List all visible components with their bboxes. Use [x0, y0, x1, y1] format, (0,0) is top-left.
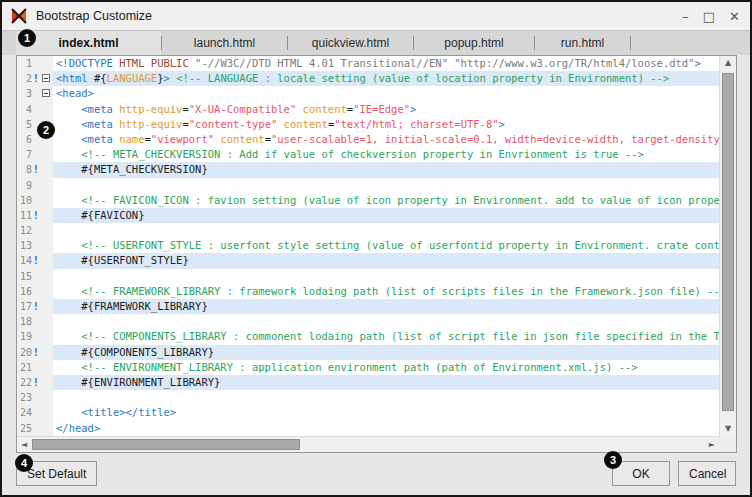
code-text[interactable]: <!-- COMPONENTS_LIBRARY : commonent loda… [53, 329, 719, 344]
fold-column [40, 147, 53, 162]
vertical-scrollbar-thumb[interactable] [722, 73, 734, 411]
tab-popup-html[interactable]: popup.html [414, 31, 534, 55]
gutter: 24 [17, 405, 53, 420]
fold-column [40, 162, 53, 177]
code-line-3[interactable]: 3<head> [17, 86, 719, 101]
fold-column [40, 421, 53, 436]
warning-marker-icon [32, 329, 40, 344]
gutter: 13 [17, 238, 53, 253]
horizontal-scrollbar-thumb[interactable] [32, 439, 300, 450]
code-line-15[interactable]: 15 [17, 269, 719, 284]
code-text[interactable]: </head> [53, 421, 719, 436]
code-text[interactable]: #{FAVICON} [53, 208, 719, 223]
code-text[interactable]: #{ENVIRONMENT_LIBRARY} [53, 375, 719, 390]
code-line-13[interactable]: 13 <!-- USERFONT_STYLE : userfont style … [17, 238, 719, 253]
code-line-20[interactable]: 20! #{COMPONENTS_LIBRARY} [17, 345, 719, 360]
code-text[interactable]: <head> [53, 86, 719, 101]
gutter: 12 [17, 223, 53, 238]
tab-run-html[interactable]: run.html [535, 31, 630, 55]
tab-quickview-html[interactable]: quickview.html [288, 31, 413, 55]
line-number: 13 [17, 238, 32, 253]
code-text[interactable]: <meta name="viewport" content="user-scal… [53, 132, 719, 147]
code-text[interactable]: <!-- FAVICON_ICON : favion setting (valu… [53, 193, 719, 208]
line-number: 14 [17, 253, 32, 268]
code-text[interactable]: #{FRAMEWORK_LIBRARY} [53, 299, 719, 314]
warning-marker-icon [32, 178, 40, 193]
code-text[interactable] [53, 390, 719, 405]
window-title: Bootstrap Customize [36, 9, 682, 23]
code-text[interactable] [53, 178, 719, 193]
code-viewport[interactable]: 1<!DOCTYPE HTML PUBLIC "-//W3C//DTD HTML… [17, 56, 719, 436]
code-text[interactable]: <meta http-equiv="X-UA-Compatible" conte… [53, 102, 719, 117]
line-number: 22 [17, 375, 32, 390]
code-text[interactable]: <meta http-equiv="content-type" content=… [53, 117, 719, 132]
horizontal-scrollbar[interactable]: ◄ ► [17, 436, 719, 452]
code-text[interactable]: <!-- META_CHECKVERSION : Add if value of… [53, 147, 719, 162]
warning-marker-icon: ! [32, 71, 40, 86]
code-line-19[interactable]: 19 <!-- COMPONENTS_LIBRARY : commonent l… [17, 329, 719, 344]
annotation-badge-4: 4 [15, 454, 33, 472]
gutter: 7 [17, 147, 53, 162]
fold-collapse-icon[interactable] [42, 74, 50, 82]
code-line-1[interactable]: 1<!DOCTYPE HTML PUBLIC "-//W3C//DTD HTML… [17, 56, 719, 71]
code-line-16[interactable]: 16 <!-- FRAMEWORK_LIBRARY : framework lo… [17, 284, 719, 299]
code-line-14[interactable]: 14! #{USERFONT_STYLE} [17, 253, 719, 268]
minimize-icon[interactable]: – [682, 10, 689, 23]
code-text[interactable]: #{USERFONT_STYLE} [53, 253, 719, 268]
fold-column [40, 299, 53, 314]
gutter: 25 [17, 421, 53, 436]
code-text[interactable]: #{COMPONENTS_LIBRARY} [53, 345, 719, 360]
cancel-button[interactable]: Cancel [678, 461, 736, 486]
scroll-left-icon[interactable]: ◄ [21, 441, 27, 449]
code-line-10[interactable]: 10 <!-- FAVICON_ICON : favion setting (v… [17, 193, 719, 208]
code-text[interactable]: <html #{LANGUAGE}> <!-- LANGUAGE : local… [53, 71, 719, 86]
code-line-18[interactable]: 18 [17, 314, 719, 329]
code-line-5[interactable]: 5 <meta http-equiv="content-type" conten… [17, 117, 719, 132]
code-text[interactable] [53, 269, 719, 284]
line-number: 9 [17, 178, 32, 193]
code-text[interactable]: <title></title> [53, 405, 719, 420]
code-line-7[interactable]: 7 <!-- META_CHECKVERSION : Add if value … [17, 147, 719, 162]
code-line-2[interactable]: 2!<html #{LANGUAGE}> <!-- LANGUAGE : loc… [17, 71, 719, 86]
code-line-17[interactable]: 17! #{FRAMEWORK_LIBRARY} [17, 299, 719, 314]
code-line-6[interactable]: 6 <meta name="viewport" content="user-sc… [17, 132, 719, 147]
code-line-22[interactable]: 22! #{ENVIRONMENT_LIBRARY} [17, 375, 719, 390]
line-number: 1 [17, 56, 32, 71]
code-text[interactable] [53, 314, 719, 329]
code-text[interactable]: <!-- FRAMEWORK_LIBRARY : framework lodai… [53, 284, 719, 299]
code-line-11[interactable]: 11! #{FAVICON} [17, 208, 719, 223]
code-line-4[interactable]: 4 <meta http-equiv="X-UA-Compatible" con… [17, 102, 719, 117]
code-text[interactable]: <!DOCTYPE HTML PUBLIC "-//W3C//DTD HTML … [53, 56, 719, 71]
title-bar: Bootstrap Customize – □ ✕ [2, 2, 750, 30]
ok-button[interactable]: OK [612, 461, 670, 486]
fold-column [40, 314, 53, 329]
fold-column [40, 284, 53, 299]
fold-column [40, 390, 53, 405]
code-line-21[interactable]: 21 <!-- ENVIRONMENT_LIBRARY : applicatio… [17, 360, 719, 375]
close-icon[interactable]: ✕ [729, 10, 740, 23]
code-line-24[interactable]: 24 <title></title> [17, 405, 719, 420]
code-line-12[interactable]: 12 [17, 223, 719, 238]
fold-column [40, 56, 53, 71]
code-editor[interactable]: 1<!DOCTYPE HTML PUBLIC "-//W3C//DTD HTML… [16, 55, 737, 453]
code-line-23[interactable]: 23 [17, 390, 719, 405]
vertical-scrollbar[interactable]: ▲ ▼ [719, 56, 736, 436]
code-line-8[interactable]: 8! #{META_CHECKVERSION} [17, 162, 719, 177]
tab-index-html[interactable]: index.html [16, 31, 161, 55]
tab-launch-html[interactable]: launch.html [162, 31, 287, 55]
scroll-up-icon[interactable]: ▲ [720, 59, 736, 67]
fold-column [40, 345, 53, 360]
code-line-9[interactable]: 9 [17, 178, 719, 193]
gutter: 20! [17, 345, 53, 360]
code-text[interactable] [53, 223, 719, 238]
fold-collapse-icon[interactable] [42, 89, 50, 97]
fold-column [40, 71, 53, 86]
maximize-icon[interactable]: □ [703, 10, 715, 23]
code-text[interactable]: #{META_CHECKVERSION} [53, 162, 719, 177]
code-line-25[interactable]: 25</head> [17, 421, 719, 436]
scroll-down-icon[interactable]: ▼ [720, 425, 736, 433]
scroll-right-icon[interactable]: ► [709, 441, 715, 449]
warning-marker-icon [32, 223, 40, 238]
code-text[interactable]: <!-- USERFONT_STYLE : userfont style set… [53, 238, 719, 253]
code-text[interactable]: <!-- ENVIRONMENT_LIBRARY : application e… [53, 360, 719, 375]
